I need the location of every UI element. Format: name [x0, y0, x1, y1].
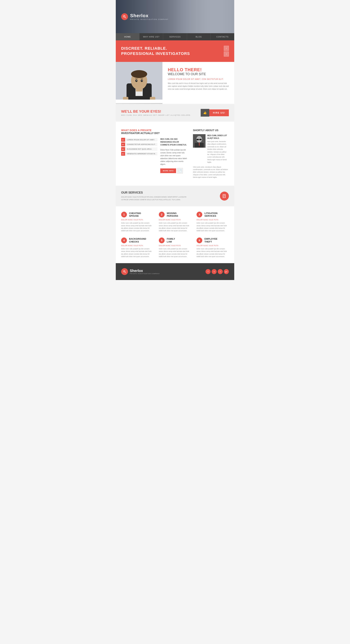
list-item-text: IN EUISMOD EST QUIS ARCU. — [125, 148, 157, 151]
what-does-body: ► LOREM IPSUM DOLOR SIT AMET. ► CONSECTE… — [121, 138, 188, 174]
facebook-icon[interactable]: f — [205, 269, 211, 274]
service-num-row: 3 LITIGATIONSERVICES — [197, 212, 229, 218]
what-does-title-red: WHAT DOES A PRIVATE — [121, 129, 188, 132]
service-card-3: 3 LITIGATIONSERVICES DOLOR NUNC VULE PUT… — [197, 212, 229, 232]
svg-line-1 — [125, 17, 126, 18]
footer-logo: Sherlox PRIVATE INVESTIGATION COMPANY — [121, 268, 160, 275]
service-num-row: 4 BACKGROUNDCHECKS — [121, 238, 153, 243]
footer-logo-sub: PRIVATE INVESTIGATION COMPANY — [130, 273, 160, 274]
nav-blog[interactable]: BLOG — [187, 33, 211, 40]
more-info-button[interactable]: MORE INFO — [160, 168, 176, 173]
service-desc: Dolor nunc vule putatelr ips dot consem … — [121, 248, 153, 258]
svg-point-13 — [136, 80, 137, 81]
about-card-text: MES CUML DISED LOT ALIIQT DOLO. Nam just… — [207, 134, 229, 164]
prev-arrow[interactable]: ‹ — [224, 46, 229, 51]
hire-us-button[interactable]: 👍 HIRE US! — [201, 109, 229, 116]
services-icon — [220, 192, 229, 200]
about-card-desc: Nam justo ante, henandnt vitae aliquet c… — [207, 140, 229, 164]
about-full-desc: Vlem justo ante, nenalaunt vitae aliquet… — [193, 166, 229, 179]
service-num: 3 — [197, 212, 202, 218]
svg-rect-8 — [136, 88, 142, 92]
hero-banner: DISCREET. RELIABLE. PROFESSIONAL INVESTI… — [116, 40, 234, 62]
service-tagline: DOLOR NUNC VULE PUTA — [197, 245, 229, 246]
footer: Sherlox PRIVATE INVESTIGATION COMPANY f … — [116, 263, 234, 280]
hire-btn-label: HIRE US! — [209, 110, 229, 116]
main-content: WHAT DOES A PRIVATE INVESTIGATOR ACTUALL… — [116, 122, 234, 186]
hire-section: WE'LL BE YOUR EYES! MES CUML DIA SED INE… — [116, 104, 234, 122]
list-arrow-icon: ► — [121, 152, 125, 156]
list-item-text: CONSECTETUR ADIPISCING ELIT. — [125, 143, 157, 146]
about-col: SHORTLY ABOUT US MES CUML DISED LOT ALII… — [193, 129, 229, 178]
service-name: MISSINGPERSONS — [167, 212, 178, 218]
hello-content: HELLO THERE! WELCOME TO OUR SITE LOREM I… — [162, 62, 234, 104]
nav-contacts[interactable]: CONTACTS — [211, 33, 234, 40]
list-item-text: LOREM IPSUM DOLOR SIT AMET. — [125, 138, 157, 141]
footer-logo-text: Sherlox PRIVATE INVESTIGATION COMPANY — [130, 269, 160, 274]
svg-point-14 — [142, 80, 142, 81]
about-card-title: MES CUML DISED LOT ALIIQT DOLO. — [207, 134, 229, 140]
hire-title: WE'LL BE YOUR EYES! — [121, 110, 191, 114]
service-num-row: 2 MISSINGPERSONS — [159, 212, 191, 218]
what-does-col: WHAT DOES A PRIVATE INVESTIGATOR ACTUALL… — [121, 129, 188, 178]
hello-desc: Mes cuml dia sed in ricus of elnced low … — [168, 82, 229, 90]
about-person-image — [193, 134, 205, 148]
banner-text: DISCREET. RELIABLE. PROFESSIONAL INVESTI… — [121, 46, 190, 56]
service-name: BACKGROUNDCHECKS — [129, 238, 146, 243]
what-does-title-dark: INVESTIGATOR ACTUALLY DO? — [121, 132, 188, 134]
next-arrow[interactable]: › — [224, 52, 229, 56]
banner-arrows: ‹ › — [224, 46, 229, 56]
hello-section: HELLO THERE! WELCOME TO OUR SITE LOREM I… — [116, 62, 234, 104]
pi-desc-body: Dolce Nunc Vule pululae ipa dot consec D… — [160, 148, 188, 166]
service-tagline: DOLOR NUNC VULE PUTA — [159, 219, 191, 221]
hire-text: WE'LL BE YOUR EYES! MES CUML DIA SED INE… — [121, 110, 191, 116]
service-desc: Dolor nunc vule putatelr ips dot consem … — [121, 222, 153, 232]
twitter-icon[interactable]: t — [218, 269, 223, 274]
list-item: ► CONSECTETUR ADIPISCING ELIT. — [121, 142, 157, 146]
services-header: OUR SERVICES DOLOR NUNC VULE PUTATEULR I… — [116, 186, 234, 206]
service-card-4: 4 BACKGROUNDCHECKS DOLOR NUNC VULE PUTA … — [121, 238, 153, 258]
hire-desc: MES CUML DIA SED INENIAS CET INGER LOT A… — [121, 114, 191, 116]
list-item: ► LOREM IPSUM DOLOR SIT AMET. — [121, 138, 157, 142]
service-num: 6 — [197, 238, 202, 243]
rss-icon[interactable]: ∿ — [212, 269, 217, 274]
list-item: ► IN EUISMOD EST QUIS ARCU. — [121, 147, 157, 151]
svg-point-7 — [131, 70, 147, 78]
nav-home[interactable]: HOME — [116, 33, 139, 40]
logo-subtitle: PRIVATE INVESTIGATION COMPANY — [130, 18, 169, 20]
service-num-row: 1 CHEATINGSPOUSE — [121, 212, 153, 218]
service-name: CHEATINGSPOUSE — [129, 212, 141, 218]
list-item-text: VENENATIS IMPERDIET ETIAM IN. — [125, 152, 157, 155]
service-desc: Dolor nunc vule putatelr ips dot consem … — [197, 222, 229, 232]
hero-content: Sherlox PRIVATE INVESTIGATION COMPANY — [116, 9, 174, 24]
svg-rect-15 — [116, 100, 162, 103]
hello-title: HELLO THERE! — [168, 67, 229, 72]
list-arrow-icon: ► — [121, 142, 125, 146]
service-card-2: 2 MISSINGPERSONS DOLOR NUNC VULE PUTA Do… — [159, 212, 191, 232]
services-title: OUR SERVICES — [121, 191, 189, 194]
service-name: FAMILYLAW — [167, 238, 175, 243]
hero-section: Sherlox PRIVATE INVESTIGATION COMPANY — [116, 0, 234, 33]
service-name: EMPLOYEETHEFT — [204, 238, 217, 243]
service-tagline: DOLOR NUNC VULE PUTA — [121, 219, 153, 221]
googleplus-icon[interactable]: g+ — [224, 269, 229, 274]
service-card-6: 6 EMPLOYEETHEFT DOLOR NUNC VULE PUTA Dol… — [197, 238, 229, 258]
service-desc: Dolor nunc vule putatelr ips dot consem … — [159, 222, 191, 232]
service-name: LITIGATIONSERVICES — [204, 212, 218, 218]
nav-why-hire-us[interactable]: WHY HIRE US? — [139, 33, 163, 40]
hello-tagline: LOREM IPSUM DOLOR SIT AMET, CON SECTETUR… — [168, 78, 229, 80]
service-num-row: 5 FAMILYLAW — [159, 238, 191, 243]
svg-rect-20 — [199, 139, 202, 140]
service-tagline: DOLOR NUNC VULE PUTA — [121, 245, 153, 246]
service-num-row: 6 EMPLOYEETHEFT — [197, 238, 229, 243]
nav-services[interactable]: SERVICES — [163, 33, 187, 40]
svg-point-29 — [124, 271, 125, 272]
social-icons: f ∿ t g+ — [205, 269, 229, 274]
document-icon[interactable]: 📄 — [177, 168, 183, 174]
navigation: HOME WHY HIRE US? SERVICES BLOG CONTACTS — [116, 33, 234, 40]
footer-logo-icon — [121, 268, 128, 275]
svg-point-2 — [124, 16, 125, 16]
services-desc: DOLOR NUNC VULE PUTATEULR IPS DOL CONSEM… — [121, 196, 189, 201]
service-desc: Dolor nunc vule putatelr ips dot consem … — [159, 248, 191, 258]
footer-logo-title: Sherlox — [130, 269, 160, 273]
service-num: 4 — [121, 238, 127, 243]
